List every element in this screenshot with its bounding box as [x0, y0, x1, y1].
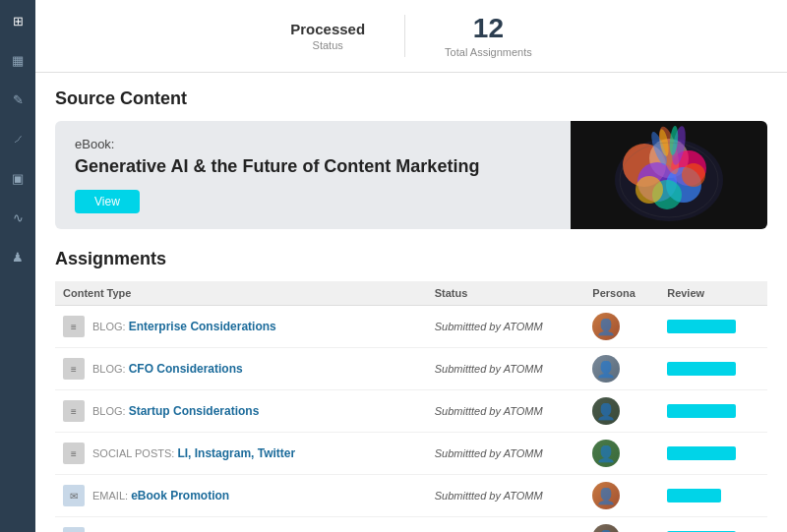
table-row: ≡ BLOG: Enterprise Considerations Submit…	[55, 306, 767, 348]
total-label: Total Assignments	[445, 46, 532, 58]
col-persona: Persona	[584, 281, 659, 306]
review-cell	[659, 348, 767, 390]
status-text: Submittted by ATOMM	[435, 490, 543, 502]
content-type-cell: ≡ SOCIAL POSTS: LI, Instagram, Twitter	[55, 433, 427, 475]
avatar: 👤	[592, 397, 620, 425]
analytics-icon[interactable]: ∿	[7, 207, 29, 228]
review-bar	[667, 489, 721, 502]
main-content: Processed Status 12 Total Assignments So…	[35, 0, 787, 532]
col-review: Review	[659, 281, 767, 306]
review-cell	[659, 475, 767, 517]
status-cell: Submittted by ATOMM	[427, 517, 585, 532]
content-type-cell: ≡ BLOG: Enterprise Considerations	[55, 306, 427, 348]
total-stat: 12 Total Assignments	[405, 8, 572, 64]
status-text: Submittted by ATOMM	[435, 447, 543, 459]
total-value: 12	[445, 14, 532, 44]
content-type-label: BLOG: Enterprise Considerations	[92, 320, 276, 333]
status-stat: Processed Status	[251, 15, 405, 57]
content-type-label: BLOG: CFO Considerations	[92, 362, 243, 376]
review-bar	[667, 362, 736, 376]
doc-icon: ≡	[63, 358, 85, 380]
source-card-text: eBook: Generative AI & the Future of Con…	[55, 121, 571, 229]
persona-cell: 👤	[584, 348, 659, 390]
source-card-subtitle: eBook:	[75, 137, 551, 151]
status-cell: Submittted by ATOMM	[427, 390, 585, 433]
status-cell: Submittted by ATOMM	[427, 306, 585, 348]
status-text: Submittted by ATOMM	[435, 363, 543, 375]
table-row: ✉ EMAIL: eBook Promotion Submittted by A…	[55, 517, 767, 532]
stats-bar: Processed Status 12 Total Assignments	[35, 0, 787, 73]
content-area: Source Content eBook: Generative AI & th…	[35, 73, 787, 532]
view-button[interactable]: View	[75, 190, 140, 213]
content-type-cell: ✉ EMAIL: eBook Promotion	[55, 475, 427, 517]
review-cell	[659, 433, 767, 475]
content-type-cell: ✉ EMAIL: eBook Promotion	[55, 517, 427, 532]
content-type-cell: ≡ BLOG: CFO Considerations	[55, 348, 427, 390]
assignments-title: Assignments	[55, 249, 767, 269]
edit-icon[interactable]: ✎	[7, 89, 29, 110]
source-card-title: Generative AI & the Future of Content Ma…	[75, 155, 551, 178]
svg-point-9	[682, 163, 705, 187]
status-value: Processed	[290, 21, 365, 37]
table-row: ≡ BLOG: CFO Considerations Submittted by…	[55, 348, 767, 390]
avatar: 👤	[592, 440, 620, 467]
sidebar: ⊞ ▦ ✎ ⟋ ▣ ∿ ♟	[0, 0, 35, 532]
chart-icon[interactable]: ⟋	[7, 128, 29, 149]
status-label: Status	[290, 39, 365, 51]
doc-icon: ≡	[63, 443, 85, 464]
col-content-type: Content Type	[55, 281, 427, 306]
table-header-row: Content Type Status Persona Review	[55, 281, 767, 306]
source-content-title: Source Content	[55, 89, 767, 109]
status-cell: Submittted by ATOMM	[427, 433, 585, 475]
review-bar	[667, 446, 736, 460]
email-icon: ✉	[63, 527, 85, 532]
content-type-label: BLOG: Startup Considerations	[92, 404, 259, 418]
table-row: ≡ SOCIAL POSTS: LI, Instagram, Twitter S…	[55, 433, 767, 475]
home-icon[interactable]: ⊞	[7, 10, 29, 31]
avatar: 👤	[592, 524, 620, 532]
col-status: Status	[427, 281, 585, 306]
persona-cell: 👤	[584, 306, 659, 348]
table-row: ✉ EMAIL: eBook Promotion Submittted by A…	[55, 475, 767, 517]
review-cell	[659, 390, 767, 433]
review-bar	[667, 404, 736, 418]
table-row: ≡ BLOG: Startup Considerations Submittte…	[55, 390, 767, 433]
review-bar	[667, 320, 736, 333]
review-cell	[659, 517, 767, 532]
doc-icon: ≡	[63, 316, 85, 337]
avatar: 👤	[592, 482, 620, 509]
image-icon[interactable]: ▣	[7, 167, 29, 189]
svg-point-8	[636, 176, 663, 204]
review-cell	[659, 306, 767, 348]
status-cell: Submittted by ATOMM	[427, 475, 585, 517]
doc-icon: ≡	[63, 400, 85, 422]
status-text: Submittted by ATOMM	[435, 321, 543, 332]
email-icon: ✉	[63, 485, 85, 506]
persona-cell: 👤	[584, 390, 659, 433]
avatar: 👤	[592, 313, 620, 340]
assignments-table: Content Type Status Persona Review ≡ BLO…	[55, 281, 767, 532]
dashboard-icon[interactable]: ▦	[7, 49, 29, 71]
source-content-card: eBook: Generative AI & the Future of Con…	[55, 121, 767, 229]
content-type-cell: ≡ BLOG: Startup Considerations	[55, 390, 427, 433]
status-cell: Submittted by ATOMM	[427, 348, 585, 390]
persona-cell: 👤	[584, 475, 659, 517]
content-type-label: EMAIL: eBook Promotion	[92, 489, 229, 502]
persona-cell: 👤	[584, 433, 659, 475]
source-card-image	[571, 121, 767, 229]
avatar: 👤	[592, 355, 620, 383]
users-icon[interactable]: ♟	[7, 246, 29, 267]
status-text: Submittted by ATOMM	[435, 405, 543, 417]
persona-cell: 👤	[584, 517, 659, 532]
content-type-label: SOCIAL POSTS: LI, Instagram, Twitter	[92, 446, 295, 460]
